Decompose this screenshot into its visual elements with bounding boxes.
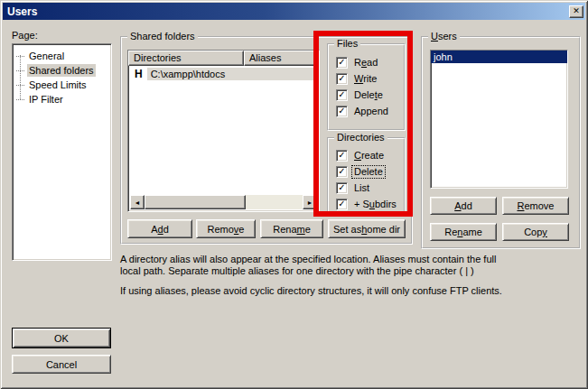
directory-path: C:\xampp\htdocs xyxy=(147,68,317,80)
column-header-directories[interactable]: Directories xyxy=(128,51,244,66)
shared-folders-group-label: Shared folders xyxy=(127,31,198,42)
scrollbar-thumb[interactable] xyxy=(145,195,246,209)
checkbox-create[interactable]: ✓ Create xyxy=(336,149,386,162)
checkbox-delete-files[interactable]: ✓ Delete xyxy=(336,88,385,101)
rename-folder-button[interactable]: Rename xyxy=(260,219,323,238)
scroll-left-icon[interactable]: ◄ xyxy=(130,195,145,209)
checkbox-box[interactable]: ✓ xyxy=(336,166,348,178)
checkbox-box[interactable]: ✓ xyxy=(336,57,348,69)
checkmark-icon: ✓ xyxy=(338,74,345,83)
tree-connector-line xyxy=(20,55,21,99)
checkbox-box[interactable]: ✓ xyxy=(336,89,348,101)
sidebar-item-general[interactable]: General xyxy=(14,49,109,63)
window-title: Users xyxy=(3,5,569,18)
ok-button[interactable]: OK xyxy=(12,328,111,348)
alias-note: A directory alias will also appear at th… xyxy=(120,254,518,277)
checkmark-icon: ✓ xyxy=(338,183,345,192)
checkmark-icon: ✓ xyxy=(338,199,345,208)
users-list[interactable]: john xyxy=(430,50,568,189)
checkbox-box[interactable]: ✓ xyxy=(336,182,348,194)
checkbox-read[interactable]: ✓ Read xyxy=(336,56,379,69)
directories-list[interactable]: Directories Aliases H C:\xampp\htdocs ◄ … xyxy=(127,50,320,212)
set-home-dir-button[interactable]: Set as home dir xyxy=(328,219,406,238)
sidebar-item-ip-filter[interactable]: IP Filter xyxy=(14,92,109,107)
titlebar: Users ✕ xyxy=(3,3,585,20)
horizontal-scrollbar[interactable]: ◄ ► xyxy=(130,195,317,209)
home-dir-flag: H xyxy=(135,68,143,80)
checkbox-box[interactable]: ✓ xyxy=(336,73,348,85)
checkmark-icon: ✓ xyxy=(338,58,345,67)
shared-folders-group: Shared folders Directories Aliases H C:\… xyxy=(120,36,413,245)
checkbox-delete-dirs[interactable]: ✓ Delete xyxy=(336,165,385,178)
remove-folder-button[interactable]: Remove xyxy=(196,219,256,238)
rename-user-button[interactable]: Rename xyxy=(430,223,497,241)
copy-user-button[interactable]: Copy xyxy=(502,223,569,241)
users-dialog: Users ✕ Page: General Shared folders Spe… xyxy=(0,0,588,389)
close-icon[interactable]: ✕ xyxy=(569,5,583,18)
add-folder-button[interactable]: Add xyxy=(127,219,192,238)
checkbox-append[interactable]: ✓ Append xyxy=(336,105,390,117)
sidebar-item-speed-limits[interactable]: Speed Limits xyxy=(14,78,109,92)
checkbox-box[interactable]: ✓ xyxy=(336,199,348,210)
page-tree-inner: General Shared folders Speed Limits IP F… xyxy=(14,46,109,258)
cyclic-note: If using aliases, please avoid cyclic di… xyxy=(120,285,572,297)
directories-group-label: Directories xyxy=(334,132,387,143)
checkmark-icon: ✓ xyxy=(338,151,345,160)
checkbox-list[interactable]: ✓ List xyxy=(336,181,371,194)
sidebar-item-shared-folders[interactable]: Shared folders xyxy=(14,63,109,78)
files-permissions-group: Files ✓ Read ✓ Write ✓ Delete ✓ Append xyxy=(327,43,406,131)
directories-permissions-group: Directories ✓ Create ✓ Delete ✓ List ✓ +… xyxy=(327,137,406,213)
user-row-john[interactable]: john xyxy=(431,51,567,63)
checkbox-box[interactable]: ✓ xyxy=(336,150,348,162)
checkmark-icon: ✓ xyxy=(338,90,345,99)
directory-row[interactable]: H C:\xampp\htdocs xyxy=(128,67,319,81)
add-user-button[interactable]: Add xyxy=(430,197,497,215)
checkmark-icon: ✓ xyxy=(338,107,345,116)
scrollbar-track[interactable] xyxy=(145,195,303,209)
files-group-label: Files xyxy=(334,38,360,49)
checkbox-write[interactable]: ✓ Write xyxy=(336,72,378,85)
checkbox-subdirs[interactable]: ✓ + Subdirs xyxy=(336,198,398,210)
cancel-button[interactable]: Cancel xyxy=(12,355,111,374)
page-label: Page: xyxy=(12,30,38,41)
checkbox-box[interactable]: ✓ xyxy=(336,106,348,117)
scroll-right-icon[interactable]: ► xyxy=(303,195,317,209)
users-group-label: Users xyxy=(428,31,460,42)
page-tree[interactable]: General Shared folders Speed Limits IP F… xyxy=(12,43,112,261)
users-group: Users john Add Remove Rename Copy xyxy=(421,36,581,249)
checkmark-icon: ✓ xyxy=(338,167,345,176)
column-header-aliases[interactable]: Aliases xyxy=(244,51,319,66)
directories-list-header: Directories Aliases xyxy=(128,51,319,66)
remove-user-button[interactable]: Remove xyxy=(502,197,569,215)
